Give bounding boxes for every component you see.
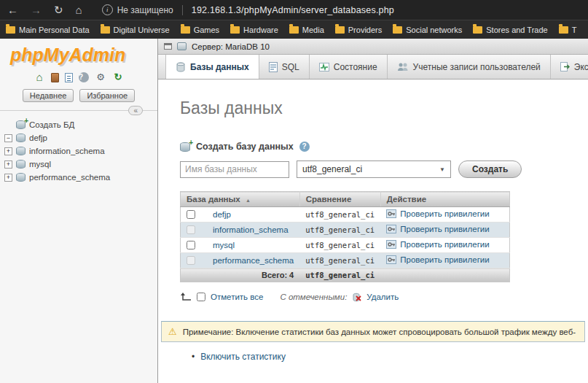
tree-item-information-schema[interactable]: + information_schema: [4, 144, 157, 158]
users-icon: [397, 62, 409, 71]
sidebar: phpMyAdmin ⌂ ? ⚙ ↻ Недавнее Избранное « …: [0, 39, 158, 383]
tab-status[interactable]: Состояние: [310, 55, 388, 79]
browser-home-icon[interactable]: ⌂: [76, 4, 82, 16]
row-checkbox: [187, 225, 195, 234]
check-privileges-link[interactable]: Проверить привилегии: [400, 240, 489, 249]
navigation-tree: Создать БД − defjp + information_schema …: [0, 118, 157, 184]
tab-bar: Базы данных SQL Состояние Учетные записи…: [158, 55, 588, 80]
db-name-link[interactable]: mysql: [213, 241, 235, 249]
bookmark-label: Stores and Trade: [486, 26, 547, 34]
recent-button[interactable]: Недавнее: [23, 89, 74, 102]
tree-item-mysql[interactable]: + mysql: [4, 158, 157, 171]
expand-toggle-icon[interactable]: +: [4, 147, 12, 155]
collapse-toggle-icon[interactable]: −: [4, 134, 12, 142]
console-icon[interactable]: [164, 43, 172, 50]
help-icon[interactable]: ?: [299, 142, 310, 152]
column-header-collation[interactable]: Сравнение: [299, 192, 380, 207]
folder-icon: [6, 26, 15, 34]
pma-home-icon[interactable]: ⌂: [34, 71, 45, 83]
bookmark-item[interactable]: T: [559, 26, 577, 34]
folder-icon: [559, 26, 568, 34]
favorites-button[interactable]: Избранное: [79, 89, 135, 102]
bookmark-label: Media: [302, 26, 324, 34]
bookmark-item[interactable]: Media: [289, 26, 324, 34]
collation-value: utf8_general_ci: [299, 238, 380, 253]
privileges-icon: [386, 240, 396, 250]
pma-settings-icon[interactable]: ⚙: [95, 71, 106, 83]
bookmark-item[interactable]: Hardware: [230, 26, 278, 34]
database-icon: [16, 173, 26, 182]
tree-item-defjp[interactable]: − defjp: [4, 131, 157, 144]
phpmyadmin-logo[interactable]: phpMyAdmin: [0, 39, 157, 67]
bookmarks-bar: Main Personal Data Digital Universe Game…: [0, 20, 588, 39]
db-name-link[interactable]: information_schema: [213, 225, 289, 234]
bookmark-item[interactable]: Games: [181, 26, 219, 34]
bookmark-item[interactable]: Main Personal Data: [6, 26, 90, 34]
check-privileges-link[interactable]: Проверить привилегии: [400, 209, 489, 218]
reload-icon[interactable]: ↻: [54, 4, 63, 17]
column-header-label: База данных: [187, 195, 240, 204]
table-row: performance_schema utf8_general_ci Прове…: [181, 253, 510, 268]
collation-selected-value: utf8_general_ci: [302, 164, 362, 174]
pma-logout-icon[interactable]: [51, 73, 59, 82]
check-all-arrow-icon: [180, 292, 192, 302]
tab-databases[interactable]: Базы данных: [165, 55, 259, 79]
sidebar-separator: «: [0, 110, 157, 111]
check-all-checkbox[interactable]: [197, 293, 205, 301]
table-row: information_schema utf8_general_ci Прове…: [181, 223, 510, 238]
collation-select[interactable]: utf8_general_ci ▼: [297, 160, 451, 178]
bookmark-item[interactable]: Social networks: [393, 26, 462, 34]
main-panel: Сервер: MariaDB 10 Базы данных SQL Состо…: [158, 39, 588, 383]
address-url[interactable]: 192.168.1.3/phpMyAdmin/server_databases.…: [192, 5, 394, 15]
tab-export[interactable]: Экспорт: [551, 55, 588, 79]
sort-asc-icon: ▲: [246, 198, 251, 203]
expand-toggle-icon[interactable]: +: [4, 174, 12, 182]
expand-toggle-icon[interactable]: +: [4, 160, 12, 169]
database-name-input[interactable]: [180, 161, 289, 178]
tree-item-performance-schema[interactable]: + performance_schema: [4, 171, 157, 184]
security-chip[interactable]: i Не защищено: [102, 4, 173, 15]
column-header-database[interactable]: База данных ▲: [181, 192, 300, 207]
privileges-icon: [386, 225, 396, 235]
folder-icon: [393, 26, 402, 34]
total-collation: utf8_general_ci: [299, 268, 380, 282]
drop-database-icon: [352, 293, 361, 302]
bookmark-item[interactable]: Digital Universe: [101, 26, 170, 34]
pma-docs-icon[interactable]: [65, 73, 73, 82]
warning-icon: ⚠: [168, 326, 177, 337]
security-label: Не защищено: [117, 5, 173, 15]
forward-icon[interactable]: →: [31, 4, 42, 16]
page-title: Базы данных: [180, 98, 588, 118]
check-privileges-link[interactable]: Проверить привилегии: [400, 255, 489, 264]
tab-user-accounts[interactable]: Учетные записи пользователей: [388, 55, 551, 79]
tab-label: Базы данных: [190, 62, 249, 72]
bulk-actions: Отметить все С отмеченными: Удалить: [180, 292, 588, 302]
row-checkbox[interactable]: [187, 241, 195, 249]
tree-label: information_schema: [29, 147, 105, 155]
new-database-icon: [180, 142, 190, 152]
row-checkbox[interactable]: [187, 210, 195, 219]
pma-help-icon[interactable]: ?: [79, 72, 89, 82]
db-name-link[interactable]: performance_schema: [213, 256, 294, 265]
collapse-navigation-icon[interactable]: «: [128, 106, 143, 115]
total-label: Всего: 4: [181, 268, 300, 282]
collation-value: utf8_general_ci: [299, 253, 380, 268]
table-row: mysql utf8_general_ci Проверить привилег…: [181, 238, 510, 253]
create-button[interactable]: Создать: [458, 160, 522, 178]
tree-label: Создать БД: [29, 120, 74, 129]
bookmark-item[interactable]: Stores and Trade: [473, 26, 547, 34]
tree-item-create-db[interactable]: Создать БД: [4, 118, 157, 131]
bookmark-item[interactable]: Providers: [335, 26, 382, 34]
new-database-icon: [16, 120, 26, 129]
db-name-link[interactable]: defjp: [213, 210, 231, 219]
drop-selected-link[interactable]: Удалить: [366, 293, 399, 301]
check-privileges-link[interactable]: Проверить привилегии: [400, 225, 489, 233]
check-all-label[interactable]: Отметить все: [211, 293, 263, 301]
tab-sql[interactable]: SQL: [259, 55, 310, 79]
server-breadcrumb[interactable]: Сервер: MariaDB 10: [192, 42, 270, 51]
bookmark-label: Games: [194, 26, 219, 34]
pma-refresh-icon[interactable]: ↻: [112, 71, 124, 83]
bookmark-label: Main Personal Data: [19, 26, 90, 34]
back-icon[interactable]: ←: [7, 4, 18, 16]
enable-statistics-link[interactable]: Включить статистику: [200, 352, 286, 362]
